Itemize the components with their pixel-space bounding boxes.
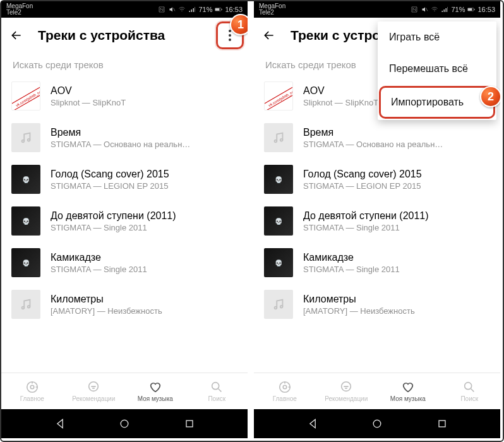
track-subtitle: STIGMATA — Single 2011 [303,223,490,232]
track-title: До девятой ступени (2011) [303,210,490,222]
nav-home[interactable]: Главное [254,373,316,409]
search-input[interactable]: Искать среди треков [1,53,248,75]
signal-icon [188,6,196,13]
track-subtitle: Slipknot — SlipKnoT [51,98,237,107]
music-note-icon [19,297,33,311]
android-home-icon[interactable] [371,417,383,430]
track-thumbnail: vk.com/pdmb_core [11,81,40,110]
svg-point-5 [28,139,30,141]
track-title: Камикадзе [51,252,237,263]
track-thumbnail [264,123,293,152]
track-thumbnail: 💀 [264,165,293,194]
track-list[interactable]: vk.com/pdmb_core AOV Slipknot — SlipKnoT… [1,75,248,373]
battery-pct-label: 71% [451,6,465,13]
android-home-icon[interactable] [118,417,131,430]
menu-play-all[interactable]: Играть всё [378,21,496,53]
svg-point-4 [22,140,25,143]
track-row[interactable]: Время STIGMATA — Основано на реальн… [1,117,248,158]
track-title: Время [303,127,490,138]
carrier-2-label: Tele2 [6,9,33,16]
svg-point-25 [465,383,472,390]
track-row[interactable]: Километры [AMATORY] — Неизбежность [1,284,248,325]
chat-icon [87,380,100,394]
android-recent-icon[interactable] [436,417,448,430]
back-arrow-icon[interactable] [263,29,275,42]
nav-recommendations[interactable]: Рекомендации [63,373,125,409]
track-row[interactable]: Километры [AMATORY] — Неизбежность [254,284,500,325]
track-row[interactable]: 💀 Камикадзе STIGMATA — Single 2011 [254,242,500,284]
nfc-icon [411,6,418,13]
wifi-icon [431,6,438,13]
music-note-icon [19,131,33,145]
track-title: Время [51,127,237,138]
status-bar: MegaFon Tele2 71% 16:53 [254,1,500,18]
track-row[interactable]: 💀 Камикадзе STIGMATA — Single 2011 [1,242,248,284]
nav-label: Главное [20,395,44,402]
svg-point-23 [283,385,287,389]
battery-pct-label: 71% [198,6,212,13]
nav-home[interactable]: Главное [1,373,63,409]
mute-icon [421,6,428,13]
svg-point-21 [280,306,283,308]
menu-import[interactable]: Импортировать [379,86,495,119]
track-row[interactable]: 💀 До девятой ступени (2011) STIGMATA — S… [254,200,500,242]
svg-point-20 [275,307,277,309]
svg-point-7 [28,306,30,308]
menu-shuffle-all[interactable]: Перемешать всё [378,53,496,85]
track-thumbnail: 💀 [11,206,40,236]
track-subtitle: STIGMATA — Single 2011 [51,265,237,274]
svg-point-12 [121,420,128,427]
svg-rect-13 [186,421,193,427]
track-row[interactable]: vk.com/pdmb_core AOV Slipknot — SlipKnoT [1,75,248,117]
track-thumbnail [264,290,293,319]
track-title: AOV [51,85,237,97]
track-title: Голод (Scang cover) 2015 [303,169,490,180]
nav-label: Моя музыка [138,395,173,402]
callout-badge-2: 2 [480,86,500,107]
nfc-icon [158,6,165,13]
heart-icon [148,380,162,394]
track-thumbnail: 💀 [264,206,293,236]
options-dropdown: Играть всё Перемешать всё Импортировать [378,21,496,120]
track-subtitle: STIGMATA — LEGION EP 2015 [51,181,237,191]
music-note-icon [272,297,285,311]
nav-recommendations[interactable]: Рекомендации [316,373,378,409]
svg-rect-3 [222,9,222,10]
page-title: Треки с устройства [38,28,165,43]
track-title: Камикадзе [303,252,490,263]
track-row[interactable]: 💀 Голод (Scang cover) 2015 STIGMATA — LE… [254,158,500,200]
track-title: Голод (Scang cover) 2015 [51,169,237,180]
nav-my-music[interactable]: Моя музыка [124,373,186,409]
nav-my-music[interactable]: Моя музыка [377,373,439,409]
bottom-nav: Главное Рекомендации Моя музыка Поиск [254,373,500,409]
track-row[interactable]: 💀 До девятой ступени (2011) STIGMATA — S… [1,200,248,242]
track-title: Километры [51,294,237,305]
track-thumbnail [11,123,40,152]
nav-label: Рекомендации [72,395,115,402]
clock-label: 16:53 [225,6,243,13]
nav-label: Моя музыка [390,395,426,402]
android-nav-bar [1,409,248,438]
track-thumbnail [11,290,40,319]
track-subtitle: STIGMATA — Single 2011 [303,265,490,274]
svg-point-18 [275,140,277,143]
search-icon [210,380,224,394]
bottom-nav: Главное Рекомендации Моя музыка Поиск [1,373,248,409]
disc-icon [25,380,39,394]
svg-point-26 [373,420,381,427]
android-back-icon[interactable] [306,417,319,430]
android-nav-bar [254,409,500,438]
svg-rect-2 [215,8,219,11]
android-recent-icon[interactable] [183,417,196,430]
android-back-icon[interactable] [54,417,66,430]
nav-search[interactable]: Поиск [186,373,248,409]
track-row[interactable]: 💀 Голод (Scang cover) 2015 STIGMATA — LE… [1,158,248,200]
signal-icon [441,6,448,13]
track-title: Километры [303,294,490,305]
back-arrow-icon[interactable] [10,29,23,42]
carrier-2-label: Tele2 [259,9,285,16]
track-row[interactable]: Время STIGMATA — Основано на реальн… [254,117,500,158]
nav-search[interactable]: Поиск [439,373,501,409]
nav-label: Рекомендации [325,395,368,402]
wifi-icon [178,6,186,13]
